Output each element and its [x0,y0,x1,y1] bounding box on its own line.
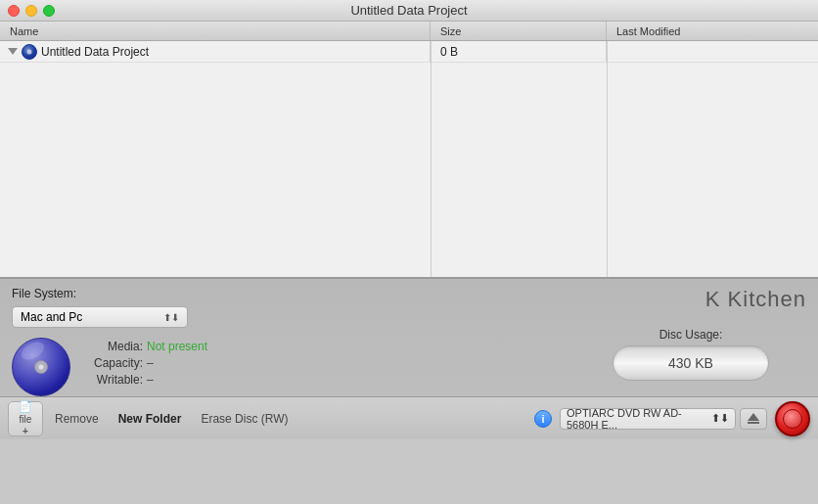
filesystem-label: File System: [12,287,76,300]
capacity-row: Capacity: – [82,356,207,370]
writable-label: Writable: [82,373,143,387]
minimize-button[interactable] [25,5,37,17]
traffic-lights [8,5,55,17]
window-title: Untitled Data Project [350,3,467,18]
dropdown-arrow-icon: ⬆⬇ [163,312,179,323]
burn-button[interactable] [775,401,810,436]
table-body: Untitled Data Project 0 B [0,41,818,277]
drive-dropdown[interactable]: OPTIARC DVD RW AD-5680H E... ⬆⬇ [560,408,736,430]
drive-dropdown-arrow: ⬆⬇ [711,412,729,425]
toolbar: 📄 file + Remove New Folder Erase Disc (R… [0,396,818,439]
row-size-value: 0 B [440,45,458,59]
dvd-center [34,360,48,374]
table-row[interactable]: Untitled Data Project 0 B [0,41,818,63]
col-header-name[interactable]: Name [0,22,431,40]
burn-inner-icon [783,409,802,429]
title-bar: Untitled Data Project [0,0,818,22]
col-header-modified[interactable]: Last Modified [607,22,818,40]
disc-usage-label: Disc Usage: [659,328,723,342]
eject-icon [748,413,759,424]
media-row: Media: Not present [82,340,207,353]
eject-line-icon [748,422,759,424]
disc-usage-section: Disc Usage: 430 KB [613,328,769,381]
info-panel: K Kitchen File System: Mac and Pc ⬆⬇ Med… [0,278,818,439]
erase-disc-button[interactable]: Erase Disc (RW) [193,408,295,430]
kitchen-label: K Kitchen [705,287,806,312]
row-modified-cell [607,41,818,62]
capacity-label: Capacity: [82,356,143,370]
filesystem-dropdown-value: Mac and Pc [21,310,82,324]
file-icon: 📄 [19,400,32,413]
dvd-disc-icon [12,338,70,396]
row-name-cell: Untitled Data Project [0,41,431,62]
filesystem-row: File System: [0,279,818,304]
new-folder-button[interactable]: New Folder [111,408,190,430]
col-separator-size [431,41,432,277]
media-details: Media: Not present Capacity: – Writable:… [82,340,207,387]
disc-usage-bar: 430 KB [613,345,769,381]
dvd-outer [12,338,70,396]
eject-button[interactable] [740,408,767,430]
writable-row: Writable: – [82,373,207,387]
media-value: Not present [147,340,207,353]
col-header-size[interactable]: Size [431,22,607,40]
file-button[interactable]: 📄 file + [8,401,43,436]
capacity-value: – [147,356,154,370]
file-plus-icon: + [23,426,28,436]
disc-usage-value: 430 KB [668,355,713,371]
eject-triangle-icon [748,413,759,421]
row-name-text: Untitled Data Project [41,45,149,59]
row-size-cell: 0 B [431,41,607,62]
media-label: Media: [82,340,143,353]
writable-value: – [147,373,154,387]
row-icon [8,44,37,60]
remove-button[interactable]: Remove [47,408,107,430]
file-label: file [20,414,32,425]
close-button[interactable] [8,5,20,17]
table-header: Name Size Last Modified [0,22,818,41]
expand-icon[interactable] [8,48,18,55]
maximize-button[interactable] [43,5,55,17]
info-icon: i [541,413,544,425]
drive-dropdown-value: OPTIARC DVD RW AD-5680H E... [567,408,707,430]
file-table: Name Size Last Modified Untitled Data Pr… [0,22,818,278]
col-separator-modified [607,41,608,277]
info-button[interactable]: i [534,410,552,428]
disc-icon [22,44,37,60]
filesystem-dropdown[interactable]: Mac and Pc ⬆⬇ [12,306,188,328]
